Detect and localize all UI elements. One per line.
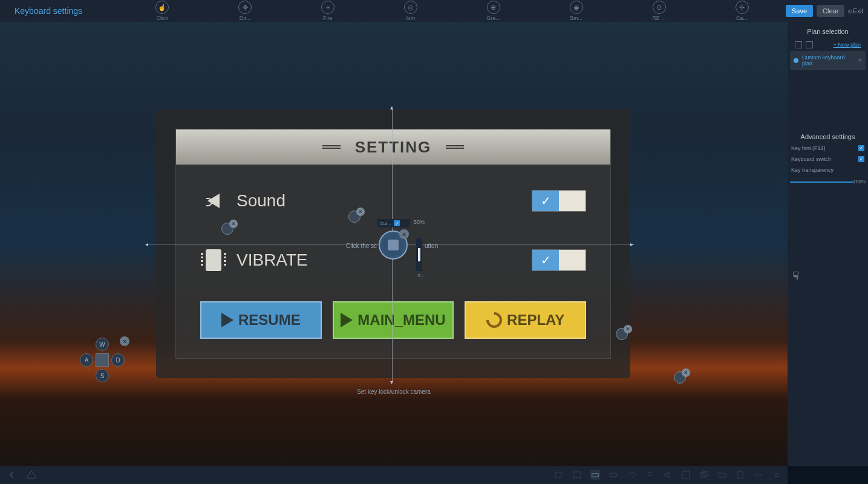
- home-icon[interactable]: [27, 470, 36, 480]
- dpad-key-a[interactable]: A: [80, 353, 93, 367]
- exit-button[interactable]: ⎋ Exit: [848, 8, 863, 15]
- keyboard-switch-row: Keyboard switch ✓: [790, 154, 866, 165]
- close-icon[interactable]: ✕: [356, 208, 365, 216]
- advanced-settings-header: Advanced settings: [790, 131, 866, 143]
- settings-icon[interactable]: [772, 470, 782, 480]
- tool-camera[interactable]: ✢Ca...: [736, 1, 749, 21]
- key-node-4[interactable]: ✕: [674, 371, 686, 384]
- key-hint-checkbox[interactable]: ✓: [858, 145, 864, 151]
- folder-icon[interactable]: [717, 470, 727, 480]
- svg-rect-3: [610, 473, 617, 477]
- svg-point-12: [775, 473, 778, 477]
- keyboard-icon[interactable]: [590, 470, 600, 480]
- settings-header: SETTING: [176, 129, 610, 165]
- transparency-slider[interactable]: 100%: [790, 178, 866, 186]
- crosshair-down-arrow[interactable]: ▾: [390, 379, 393, 385]
- rotate-icon[interactable]: [627, 470, 636, 480]
- aim-speed-slider[interactable]: S...: [416, 238, 422, 271]
- back-icon[interactable]: [7, 470, 17, 480]
- plan-active-dot-icon: [794, 58, 798, 63]
- key-hint-row: Key hint (F12) ✓: [790, 143, 866, 154]
- bottom-taskbar: [0, 466, 788, 484]
- crosshair-right-arrow[interactable]: ▸: [630, 241, 633, 247]
- tool-click[interactable]: ☝Click: [155, 1, 169, 21]
- resume-button[interactable]: RESUME: [200, 301, 322, 339]
- clear-button[interactable]: Clear: [817, 5, 844, 17]
- svg-rect-2: [592, 474, 599, 477]
- keyboard-switch-checkbox[interactable]: ✓: [858, 156, 864, 162]
- setting-sound-row: Sound ✓: [200, 183, 586, 219]
- svg-point-4: [648, 472, 651, 476]
- vibrate-icon: [200, 247, 227, 273]
- multi-icon[interactable]: [699, 470, 709, 480]
- tool-rb[interactable]: ⊙RB ...: [652, 1, 666, 21]
- svg-rect-8: [738, 471, 743, 479]
- volume-icon[interactable]: [663, 470, 673, 480]
- hint-text-right: utton: [425, 243, 438, 249]
- fullscreen-icon[interactable]: [681, 470, 691, 480]
- svg-rect-0: [555, 473, 561, 477]
- aim-cur-chip[interactable]: Cur... ✓: [377, 219, 410, 227]
- key-node-3[interactable]: ✕: [616, 328, 628, 340]
- replay-button[interactable]: REPLAY: [465, 301, 586, 339]
- tool-aim[interactable]: ◎Aim: [404, 1, 417, 21]
- close-icon[interactable]: ✕: [682, 368, 690, 377]
- record-icon[interactable]: [554, 470, 564, 480]
- dpad-key-w[interactable]: W: [96, 338, 109, 351]
- game-overlay-area[interactable]: SETTING Sound ✓ VIBRATE ✓ RESUME MAIN_ME…: [0, 22, 788, 466]
- refresh-icon[interactable]: [795, 41, 802, 48]
- key-node-1[interactable]: ✕: [348, 211, 361, 223]
- new-plan-link[interactable]: + New plan: [831, 41, 863, 49]
- cursor-icon: ☟: [792, 269, 799, 283]
- main-menu-button[interactable]: MAIN_MENU: [333, 301, 454, 339]
- svg-rect-1: [573, 472, 581, 478]
- toolbar-tools: ☝Click ✥Dir... ⌖Fire ◎Aim ⊕Gra... ◉Sm...…: [121, 0, 783, 22]
- plan-selection-header: Plan selection: [790, 24, 866, 39]
- screenshot-icon[interactable]: [572, 470, 582, 480]
- svg-point-10: [758, 474, 759, 476]
- more-icon[interactable]: [754, 470, 763, 480]
- key-transparency-row: Key transparency: [790, 165, 866, 175]
- save-button[interactable]: Save: [786, 5, 813, 17]
- key-node-2[interactable]: ✕: [221, 223, 233, 235]
- tool-direction[interactable]: ✥Dir...: [238, 1, 252, 21]
- top-toolbar: Keyboard settings ☝Click ✥Dir... ⌖Fire ◎…: [0, 0, 868, 22]
- close-icon[interactable]: ✕: [229, 220, 238, 228]
- close-icon[interactable]: ✕: [624, 325, 632, 333]
- speaker-icon: [200, 188, 227, 214]
- plan-toolbar-icons[interactable]: [792, 39, 815, 51]
- svg-rect-5: [682, 471, 690, 479]
- svg-point-9: [755, 474, 757, 476]
- tool-fire[interactable]: ⌖Fire: [321, 1, 334, 21]
- crosshair-left-arrow[interactable]: ◂: [145, 241, 148, 247]
- tool-smart[interactable]: ◉Sm...: [570, 1, 583, 21]
- hint-text-left: Click the sc: [346, 243, 377, 249]
- folder-icon[interactable]: [806, 41, 813, 48]
- tool-gravity[interactable]: ⊕Gra...: [486, 1, 500, 21]
- dpad-key-d[interactable]: D: [111, 353, 125, 367]
- settings-title: SETTING: [355, 138, 432, 157]
- camera-hint: Set key lock/unlock camera: [0, 388, 788, 395]
- dpad-key-s[interactable]: S: [96, 369, 109, 382]
- dpad-control[interactable]: W A S D ✕: [79, 336, 126, 384]
- right-panel: Plan selection + New plan Custom keyboar…: [788, 22, 868, 466]
- location-icon[interactable]: [645, 470, 654, 480]
- aim-center-control[interactable]: ✕: [379, 231, 408, 260]
- aim-close-icon[interactable]: ✕: [399, 229, 409, 239]
- crosshair-up-arrow[interactable]: ▴: [390, 104, 393, 111]
- gamepad-icon[interactable]: [609, 470, 618, 480]
- aim-speed-value: 50%: [414, 219, 425, 225]
- plan-item-custom[interactable]: Custom keyboard plan ≡: [790, 51, 866, 70]
- plan-menu-icon[interactable]: ≡: [858, 57, 862, 64]
- sound-toggle[interactable]: ✓: [532, 190, 586, 212]
- keyboard-settings-title: Keyboard settings: [0, 6, 82, 16]
- svg-point-11: [760, 474, 762, 476]
- apk-icon[interactable]: [736, 470, 745, 480]
- dpad-close-icon[interactable]: ✕: [120, 336, 129, 346]
- vibrate-toggle[interactable]: ✓: [532, 249, 586, 271]
